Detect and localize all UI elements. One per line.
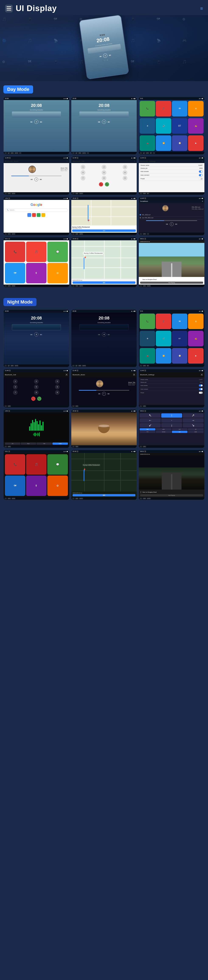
- power-toggle[interactable]: [199, 178, 203, 180]
- shortcut-1[interactable]: [27, 213, 31, 217]
- night-food-screen: 15:32 ⬛▲ ● ◼ 📞GPS: [71, 409, 137, 448]
- hero-section: 🎵📱🗺⚙🎵📱🗺⚙ 🔵🎵📡🎮🔵🎵📡🎮 ⚙🗺📱🎵⚙🗺📱🎵 ⬛ ⬛ ⬛ 20:08 A…: [0, 15, 208, 81]
- night-answer[interactable]: 📞: [37, 396, 41, 401]
- day-mode-grid-row1: 20:08▲ ● ◼ 20:08 Something beautiful ⏮ ⏸…: [3, 97, 205, 154]
- night-numpad-5[interactable]: 5: [34, 385, 39, 389]
- night-auto-answer-toggle[interactable]: [199, 384, 203, 387]
- day-home-screen-2: 20:08▲ ● ◼ 20:08 Something beautiful ⏮ ⏸…: [71, 97, 137, 154]
- google-shortcut-icons: [5, 213, 68, 217]
- night-mode-label: Night Mode: [3, 298, 36, 306]
- night-road-content: ↖ ↑ ↗ ← · → ↙ ↓ ↘ NAV MAP SAT: [139, 412, 204, 445]
- night-nav-down-right[interactable]: ↘: [183, 423, 203, 428]
- shortcut-4[interactable]: [41, 213, 45, 217]
- night-nav-up-left[interactable]: ↖: [140, 414, 161, 418]
- rest-go-btn[interactable]: GO: [72, 282, 136, 284]
- night-nav-right[interactable]: →: [183, 418, 203, 423]
- auto-answer-toggle[interactable]: [199, 170, 203, 173]
- night-eq-btn-2[interactable]: Bass: [21, 442, 36, 445]
- night-road-extra-btns: POI ZOOM GO END: [140, 431, 203, 433]
- night-road-btns: NAV MAP SAT 3D: [140, 428, 203, 430]
- night-road-btn-2[interactable]: MAP: [156, 428, 172, 430]
- menu-icon[interactable]: [5, 5, 13, 12]
- numpad-8[interactable]: 8: [102, 176, 106, 180]
- night-eq-btn-1[interactable]: EQ: [5, 442, 20, 445]
- night-numpad-4[interactable]: 4: [13, 385, 17, 389]
- night-numpad-6[interactable]: 6: [55, 385, 60, 389]
- bt-music-close[interactable]: ✕: [66, 160, 68, 162]
- night-nav-up[interactable]: ↑: [161, 414, 182, 418]
- night-cp-wifi: 📶: [156, 348, 171, 364]
- google-logo: Google: [5, 203, 68, 207]
- numpad-5[interactable]: 5: [102, 170, 106, 175]
- day-controls-1: ⏮ ⏸ ⏭: [30, 119, 42, 124]
- bt-settings-bottom: 📞GPSBT: [139, 192, 204, 195]
- night-auto-connect-toggle[interactable]: [199, 388, 203, 390]
- numpad-1[interactable]: 1: [80, 165, 85, 169]
- night-extra-btn-2[interactable]: ZOOM: [156, 431, 172, 433]
- night-eq-btn-4[interactable]: Treble: [52, 442, 68, 445]
- night-road-btn-1[interactable]: NAV: [140, 428, 155, 430]
- shortcut-3[interactable]: [37, 213, 41, 217]
- road-status: 06:01 ⬛▲ ● ◼: [139, 237, 204, 240]
- go-button[interactable]: GO: [72, 229, 136, 232]
- night-bt-settings-close[interactable]: ✕: [200, 373, 203, 377]
- night-road2-info: Start on Dongkee Road: [142, 492, 156, 493]
- night-rest-go-btn[interactable]: GO: [72, 494, 136, 496]
- bt-settings-close[interactable]: ✕: [202, 160, 203, 162]
- night-numpad-7[interactable]: 7: [13, 390, 17, 395]
- night-bt-call-close[interactable]: ✕: [65, 373, 68, 377]
- night-next-icon-1: ⏭: [40, 333, 42, 336]
- night-setting-pin: Device pin 0000: [140, 381, 203, 384]
- google-search-box[interactable]: 🔍 Search...: [5, 208, 68, 212]
- auto-connect-toggle[interactable]: [199, 174, 203, 176]
- wf-bar-4: [36, 433, 36, 436]
- night-numpad-9[interactable]: 9: [55, 390, 60, 395]
- night-numpad-3[interactable]: 3: [55, 379, 60, 384]
- carplay-audio-icon: 🔊: [156, 118, 171, 134]
- social-content: 华北_双花.mp4 华北_双花_单曲.mp3 华北_双花.mp4 view 华东…: [139, 203, 204, 233]
- night-numpad-8[interactable]: 8: [34, 390, 39, 395]
- bt-prev-icon: ⏮: [31, 178, 33, 180]
- night-rest-route: [84, 469, 84, 481]
- rest-bottom: 📞GPSAUTO: [71, 285, 137, 287]
- night-hang-up[interactable]: 📞: [31, 396, 35, 401]
- night-cp-content: 📞 🎵 🗺 ⚙ ✈ 🔊 BT 📻 🚗 📶 🧭: [139, 313, 204, 364]
- night-numpad-2[interactable]: 2: [34, 379, 39, 384]
- bt-call-close[interactable]: ✕: [134, 160, 136, 162]
- night-extra-btn-1[interactable]: POI: [140, 431, 155, 433]
- numpad-7[interactable]: 7: [80, 176, 85, 180]
- numpad-4[interactable]: 4: [80, 170, 85, 175]
- numpad-3[interactable]: 3: [123, 165, 128, 169]
- shortcut-2[interactable]: [32, 213, 36, 217]
- night-bottom-1: 📞 🔊 GPS AUTO: [4, 364, 69, 367]
- social-close[interactable]: ✕: [202, 200, 203, 202]
- night-nav-down-left[interactable]: ↙: [140, 423, 161, 428]
- numpad-2[interactable]: 2: [102, 165, 106, 169]
- night-nav-down[interactable]: ↓: [161, 423, 182, 428]
- night-auto-connect-label: Auto connect: [140, 388, 148, 390]
- night-extra-btn-3[interactable]: GO: [172, 431, 188, 433]
- numpad-6[interactable]: 6: [123, 170, 128, 175]
- answer-icon[interactable]: 📞: [105, 182, 109, 186]
- night-numpad-1[interactable]: 1: [13, 379, 17, 384]
- hang-up-icon[interactable]: 📞: [99, 182, 103, 186]
- nav-icon[interactable]: ≡: [200, 6, 203, 11]
- numpad-9[interactable]: 9: [123, 176, 128, 180]
- night-bt-music-close[interactable]: ✕: [132, 373, 136, 377]
- night-acp-icons-grid: 📞 🎵 💬 🗺 🎙 ⚙: [5, 454, 68, 496]
- night-nav-center[interactable]: ·: [161, 418, 182, 423]
- night-play-icon-2: ⏸: [102, 332, 106, 337]
- song-dot-1: [140, 214, 141, 215]
- google-screen-card: 1:54 ⬛▲ ● ◼ Google 🔍 Search...: [3, 197, 69, 235]
- setting-device-pin: Device pin 0000: [140, 167, 203, 170]
- night-nav-up-right[interactable]: ↗: [183, 414, 203, 418]
- night-wf-content: [4, 412, 69, 442]
- not-playing-label: Not Playing: [140, 282, 203, 284]
- night-extra-btn-4[interactable]: END: [188, 431, 203, 433]
- night-nav-left[interactable]: ←: [140, 418, 161, 423]
- night-road-btn-4[interactable]: 3D: [188, 428, 203, 430]
- night-road-btn-3[interactable]: SAT: [172, 428, 188, 430]
- bottom-spacer: [0, 504, 208, 513]
- night-power-toggle[interactable]: [199, 392, 203, 394]
- night-eq-btn-3[interactable]: Mid: [36, 442, 52, 445]
